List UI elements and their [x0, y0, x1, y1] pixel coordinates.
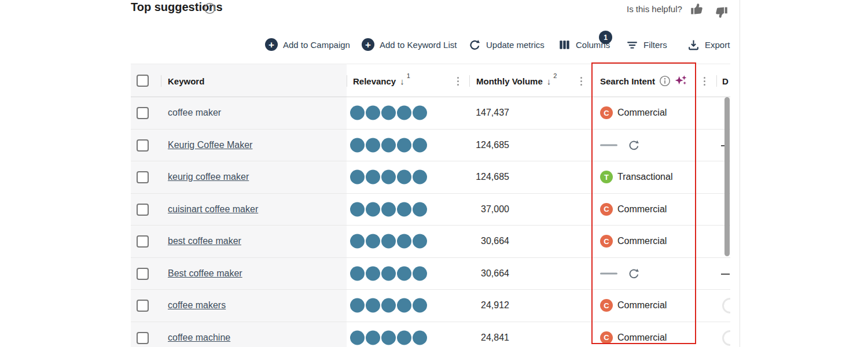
relevancy-dot — [366, 106, 380, 120]
intent-label: Transactional — [617, 172, 672, 182]
select-all-checkbox[interactable] — [137, 75, 149, 87]
relevancy-dot — [366, 170, 380, 184]
row-checkbox[interactable] — [137, 235, 149, 248]
vertical-scrollbar-thumb[interactable] — [724, 97, 730, 256]
title-info-icon[interactable] — [204, 2, 216, 14]
column-header-search-intent: Search Intent — [600, 64, 687, 98]
intent-label: Commercial — [617, 108, 667, 118]
relevancy-dot — [366, 266, 380, 280]
search-intent-cell — [600, 139, 640, 151]
column-header-difficulty: D — [722, 64, 729, 98]
refresh-icon — [469, 39, 481, 51]
relevancy-dot — [381, 234, 396, 249]
row-checkbox[interactable] — [137, 300, 149, 312]
keyword-link[interactable]: keurig coffee maker — [168, 172, 249, 182]
difficulty-header-label: D — [722, 76, 729, 86]
search-intent-column-menu[interactable] — [700, 75, 708, 87]
intent-label: Commercial — [617, 236, 667, 246]
sort-rank-number: 2 — [553, 72, 557, 79]
intent-commercial-icon: C — [600, 299, 613, 312]
thumbs-up-icon[interactable] — [690, 1, 705, 17]
search-intent-cell: CCommercial — [600, 203, 667, 216]
thumbs-down-icon[interactable] — [713, 5, 729, 20]
sort-descending-icon: ↓ — [400, 76, 404, 86]
update-metrics-label: Update metrics — [486, 40, 545, 50]
intent-refresh-button[interactable] — [628, 139, 640, 151]
difficulty-gauge — [722, 330, 730, 346]
keyword-text: coffee maker — [168, 108, 221, 118]
column-header-relevancy[interactable]: Relevancy ↓ 1 — [353, 64, 412, 98]
monthly-volume-value: 24,912 — [403, 300, 509, 311]
helpful-prompt: Is this helpful? — [627, 0, 729, 19]
row-checkbox[interactable] — [137, 171, 149, 183]
relevancy-dot — [366, 202, 380, 216]
search-intent-cell: CCommercial — [600, 331, 667, 344]
relevancy-dot — [366, 330, 380, 345]
add-to-keyword-list-label: Add to Keyword List — [380, 40, 457, 50]
search-intent-header-label: Search Intent — [600, 76, 655, 86]
monthly-volume-header-label: Monthly Volume — [476, 76, 543, 86]
monthly-volume-value: 30,664 — [403, 268, 509, 279]
keyword-link[interactable]: coffee machine — [168, 333, 230, 343]
column-header-monthly-volume[interactable]: Monthly Volume ↓ 2 — [476, 64, 558, 98]
filters-button[interactable]: Filters — [626, 36, 667, 53]
keyword-link[interactable]: cuisinart coffee maker — [168, 204, 258, 215]
intent-refresh-button[interactable] — [628, 267, 640, 279]
sort-descending-icon: ↓ — [547, 76, 551, 86]
monthly-volume-column-menu[interactable] — [577, 75, 585, 87]
relevancy-dot — [381, 138, 396, 152]
panel-divider — [740, 0, 740, 347]
search-intent-cell: CCommercial — [600, 106, 667, 119]
monthly-volume-value: 147,437 — [403, 108, 509, 118]
filters-label: Filters — [643, 40, 667, 50]
intent-label: Commercial — [617, 204, 667, 215]
sort-rank-number: 1 — [407, 72, 410, 79]
filter-icon — [626, 39, 638, 51]
relevancy-dot — [366, 234, 380, 249]
keyword-link[interactable]: coffee makers — [168, 300, 226, 311]
search-intent-info-icon[interactable] — [659, 75, 671, 87]
relevancy-dot — [381, 330, 396, 345]
relevancy-column-menu[interactable] — [454, 75, 462, 87]
download-icon — [687, 39, 700, 51]
add-to-keyword-list-button[interactable]: + Add to Keyword List — [362, 36, 457, 53]
relevancy-dot — [350, 106, 365, 120]
relevancy-dot — [381, 298, 396, 313]
relevancy-dot — [381, 106, 396, 120]
column-divider — [347, 75, 347, 87]
intent-commercial-icon: C — [600, 235, 613, 248]
update-metrics-button[interactable]: Update metrics — [469, 36, 545, 53]
intent-commercial-icon: C — [600, 331, 613, 344]
table-body: coffee maker147,437CCommercialKeurig Cof… — [131, 97, 730, 347]
table-row: keurig coffee maker124,685TTransactional — [131, 161, 730, 194]
intent-commercial-icon: C — [600, 203, 613, 216]
keyword-header-label: Keyword — [168, 76, 204, 86]
keyword-link[interactable]: Keurig Coffee Maker — [168, 140, 252, 150]
row-checkbox[interactable] — [137, 204, 149, 216]
relevancy-dot — [350, 234, 365, 249]
export-button[interactable]: Export — [687, 36, 730, 53]
keyword-link[interactable]: best coffee maker — [168, 236, 241, 246]
monthly-volume-value: 30,664 — [403, 236, 509, 246]
monthly-volume-value: 124,685 — [403, 172, 509, 182]
relevancy-dot — [381, 266, 396, 280]
relevancy-dot — [366, 138, 380, 152]
search-intent-cell: TTransactional — [600, 171, 672, 183]
keyword-suggestions-table: Keyword Relevancy ↓ 1 Monthly Volume ↓ 2… — [131, 64, 730, 347]
relevancy-header-label: Relevancy — [353, 76, 396, 86]
row-checkbox[interactable] — [137, 107, 149, 119]
column-divider — [161, 75, 161, 87]
table-row: cuisinart coffee maker37,000CCommercial — [131, 194, 730, 226]
difficulty-gauge — [722, 298, 730, 313]
row-checkbox[interactable] — [137, 332, 149, 344]
difficulty-dash — [721, 274, 730, 275]
row-checkbox[interactable] — [137, 268, 149, 280]
intent-label: Commercial — [617, 300, 667, 311]
add-to-campaign-button[interactable]: + Add to Campaign — [265, 36, 350, 53]
keyword-link[interactable]: Best coffee maker — [168, 268, 242, 279]
row-checkbox[interactable] — [137, 139, 149, 152]
search-intent-cell: CCommercial — [600, 235, 667, 248]
relevancy-dot — [350, 138, 365, 152]
relevancy-dot — [350, 298, 365, 313]
column-divider — [716, 75, 717, 87]
